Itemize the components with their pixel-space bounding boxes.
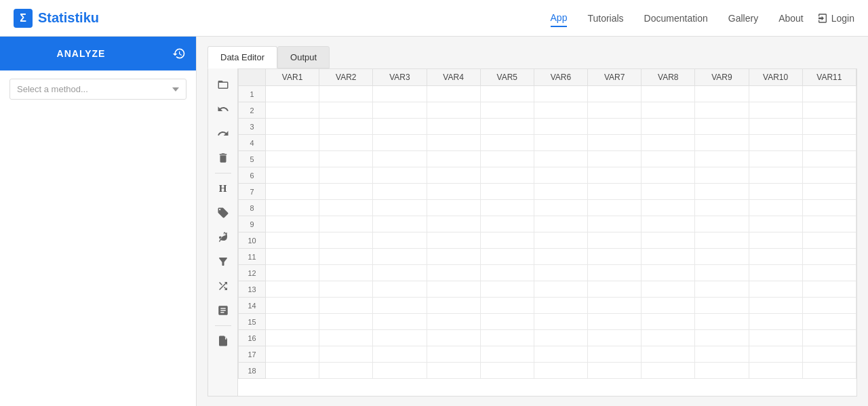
cell[interactable] [480,330,534,346]
shuffle-button[interactable] [212,275,234,297]
nav-gallery[interactable]: Gallery [728,10,758,26]
cell[interactable] [695,330,749,346]
nav-about[interactable]: About [778,10,804,26]
cell[interactable] [480,119,534,135]
cell[interactable] [266,151,319,167]
tab-output[interactable]: Output [277,46,330,68]
table-row[interactable]: 5 [239,151,856,167]
cell[interactable] [802,281,856,298]
cell[interactable] [427,86,480,102]
cell[interactable] [695,314,749,330]
cell[interactable] [480,151,534,167]
cell[interactable] [373,102,427,119]
cell[interactable] [534,330,587,346]
cell[interactable] [427,135,480,151]
table-row[interactable]: 4 [239,135,856,151]
cell[interactable] [534,281,587,298]
table-row[interactable]: 3 [239,119,856,135]
cell[interactable] [802,265,856,281]
delete-button[interactable] [212,147,234,169]
cell[interactable] [427,167,480,184]
cell[interactable] [373,135,427,151]
cell[interactable] [695,184,749,200]
cell[interactable] [802,200,856,216]
cell[interactable] [319,135,373,151]
cell[interactable] [588,216,642,232]
cell[interactable] [695,151,749,167]
cell[interactable] [266,216,319,232]
cell[interactable] [642,167,695,184]
cell[interactable] [266,200,319,216]
cell[interactable] [642,346,695,363]
cell[interactable] [266,281,319,298]
cell[interactable] [588,200,642,216]
cell[interactable] [802,330,856,346]
table-row[interactable]: 16 [239,330,856,346]
cell[interactable] [749,363,802,379]
cell[interactable] [695,102,749,119]
cell[interactable] [588,151,642,167]
cell[interactable] [695,298,749,314]
cell[interactable] [427,281,480,298]
cell[interactable] [749,184,802,200]
cell[interactable] [802,249,856,265]
cell[interactable] [427,363,480,379]
cell[interactable] [802,86,856,102]
cell[interactable] [802,314,856,330]
cell[interactable] [480,298,534,314]
cell[interactable] [319,200,373,216]
cell[interactable] [802,119,856,135]
cell[interactable] [319,216,373,232]
cell[interactable] [642,249,695,265]
data-table-wrapper[interactable]: VAR1VAR2VAR3VAR4VAR5VAR6VAR7VAR8VAR9VAR1… [238,68,856,396]
analyze-tab[interactable]: ANALYZE [0,37,162,70]
calculator-button[interactable] [212,300,234,321]
cell[interactable] [319,119,373,135]
cell[interactable] [480,346,534,363]
cell[interactable] [588,314,642,330]
scale-button[interactable] [212,226,234,248]
cell[interactable] [480,314,534,330]
cell[interactable] [802,346,856,363]
cell[interactable] [534,184,587,200]
cell[interactable] [427,102,480,119]
cell[interactable] [588,135,642,151]
cell[interactable] [588,249,642,265]
cell[interactable] [427,314,480,330]
table-row[interactable]: 11 [239,249,856,265]
table-row[interactable]: 12 [239,265,856,281]
cell[interactable] [266,86,319,102]
cell[interactable] [373,216,427,232]
login-button[interactable]: Login [817,13,854,24]
cell[interactable] [749,330,802,346]
cell[interactable] [642,363,695,379]
table-row[interactable]: 8 [239,200,856,216]
cell[interactable] [749,314,802,330]
cell[interactable] [319,86,373,102]
undo-button[interactable] [212,98,234,120]
cell[interactable] [266,249,319,265]
cell[interactable] [749,200,802,216]
cell[interactable] [588,281,642,298]
cell[interactable] [588,265,642,281]
cell[interactable] [427,249,480,265]
cell[interactable] [695,346,749,363]
cell[interactable] [642,281,695,298]
cell[interactable] [534,216,587,232]
cell[interactable] [588,232,642,249]
cell[interactable] [373,314,427,330]
cell[interactable] [319,330,373,346]
cell[interactable] [588,119,642,135]
cell[interactable] [642,200,695,216]
cell[interactable] [588,102,642,119]
cell[interactable] [427,346,480,363]
cell[interactable] [266,135,319,151]
export-button[interactable] [212,330,234,352]
cell[interactable] [266,265,319,281]
cell[interactable] [373,232,427,249]
cell[interactable] [642,330,695,346]
cell[interactable] [319,363,373,379]
nav-tutorials[interactable]: Tutorials [587,10,623,26]
cell[interactable] [802,216,856,232]
cell[interactable] [534,119,587,135]
